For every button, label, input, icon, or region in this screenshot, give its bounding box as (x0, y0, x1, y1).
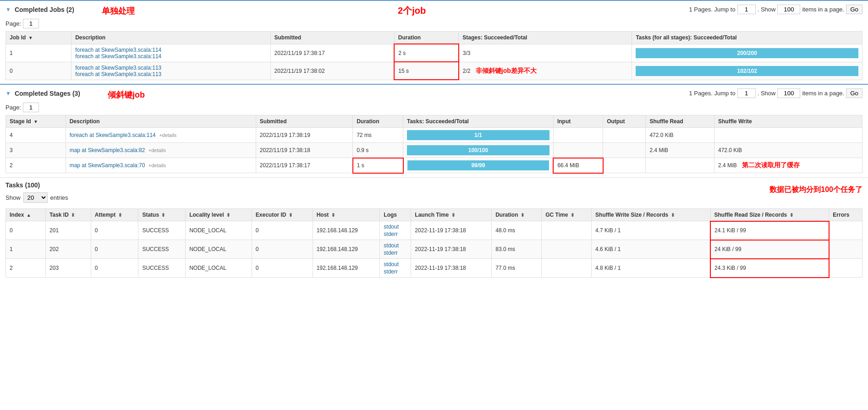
task-logs: stdout stderr (380, 240, 411, 259)
col-output[interactable]: Output (603, 115, 646, 128)
jump-input-stages[interactable] (737, 88, 756, 98)
col-status[interactable]: Status ⇕ (138, 208, 186, 221)
col-gctime[interactable]: GC Time ⇕ (542, 208, 592, 221)
col-tasks[interactable]: Tasks (for all stages): Succeeded/Total (632, 32, 863, 44)
show-input-jobs[interactable] (777, 5, 800, 14)
go-button-stages[interactable]: Go (846, 88, 863, 98)
job-desc-link1b[interactable]: foreach at SkewSample3.scala:114 (75, 53, 161, 60)
stderr-link[interactable]: stderr (384, 250, 407, 256)
details-link4[interactable]: +details (159, 132, 176, 138)
col-stageid[interactable]: Stage Id ▼ (6, 115, 66, 128)
task-locality: NODE_LOCAL (186, 259, 252, 278)
task-errors (829, 259, 863, 278)
stage-input-cell (553, 128, 603, 143)
stage-shuffle-read-cell: 472.0 KiB (646, 128, 714, 143)
stderr-link[interactable]: stderr (384, 268, 407, 275)
details-link2[interactable]: +details (148, 163, 166, 168)
tasks-show-entries: Show 20 50 100 entries (5, 192, 68, 203)
col-shuffle-read[interactable]: Shuffle Read (646, 115, 714, 128)
job-tasks-cell2: 102/102 (632, 62, 863, 80)
stage-desc-cell: map at SkewSample3.scala:70 +details (66, 158, 256, 173)
col-launch[interactable]: Launch Time ⇕ (411, 208, 492, 221)
show-label-stages: . Show (758, 90, 776, 97)
job-duration-cell: 2 s (394, 44, 459, 62)
arrow-icon: ▼ (5, 6, 11, 13)
task-duration: 83.0 ms (492, 240, 542, 259)
col-host[interactable]: Host ⇕ (313, 208, 380, 221)
col-sw-size[interactable]: Shuffle Write Size / Records ⇕ (592, 208, 710, 221)
task-duration: 48.0 ms (492, 221, 542, 240)
stage-desc-link4[interactable]: foreach at SkewSample3.scala:114 (70, 132, 156, 138)
col-input[interactable]: Input (553, 115, 603, 128)
col-logs[interactable]: Logs (380, 208, 411, 221)
task-locality: NODE_LOCAL (186, 240, 252, 259)
stage-duration-cell: 72 ms (353, 128, 403, 143)
jobs-pagination: 1 Pages. Jump to . Show items in a page.… (689, 5, 863, 14)
task-launch: 2022-11-19 17:38:18 (411, 240, 492, 259)
task-duration: 77.0 ms (492, 259, 542, 278)
job-desc-link1[interactable]: foreach at SkewSample3.scala:114 (75, 47, 161, 53)
stage-output-cell (603, 143, 646, 158)
col-errors[interactable]: Errors (829, 208, 863, 221)
stage-desc-link2[interactable]: map at SkewSample3.scala:70 (70, 162, 145, 169)
col-duration[interactable]: Duration (353, 115, 403, 128)
col-sr-size[interactable]: Shuffle Read Size / Records ⇕ (710, 208, 829, 221)
stdout-link[interactable]: stdout (384, 242, 407, 249)
col-stages[interactable]: Stages: Succeeded/Total (459, 32, 632, 44)
items-label-stages: items in a page. (802, 90, 844, 97)
job-desc-link2[interactable]: foreach at SkewSample3.scala:113 (75, 65, 161, 71)
task-status: SUCCESS (138, 259, 186, 278)
stage-id-cell: 3 (6, 143, 66, 158)
completed-stages-title: Completed Stages (3) (15, 90, 80, 97)
annotation-skew-job: 倾斜键job (108, 89, 145, 100)
col-locality[interactable]: Locality level ⇕ (186, 208, 252, 221)
col-shuffle-write[interactable]: Shuffle Write (714, 115, 863, 128)
col-tasks-stage[interactable]: Tasks: Succeeded/Total (403, 115, 554, 128)
pagination-info-jobs: 1 Pages. Jump to (689, 6, 736, 13)
job-stages-cell2: 2/2 非倾斜键job差异不大 (459, 62, 632, 80)
show-select-tasks[interactable]: 20 50 100 (23, 192, 48, 203)
go-button-jobs[interactable]: Go (846, 5, 863, 14)
col-executor[interactable]: Executor ID ⇕ (252, 208, 313, 221)
col-taskid[interactable]: Task ID ⇕ (46, 208, 91, 221)
completed-jobs-section: ▼ Completed Jobs (2) 单独处理 2个job 1 Pages.… (0, 0, 868, 84)
col-submitted[interactable]: Submitted (256, 115, 352, 128)
job-submitted-cell: 2022/11/19 17:38:02 (270, 62, 394, 80)
task-index: 1 (6, 240, 46, 259)
task-sw: 4.8 KiB / 1 (592, 259, 710, 278)
task-host: 192.168.148.129 (313, 259, 380, 278)
stage-output-cell (603, 158, 646, 173)
col-jobid[interactable]: Job Id ▼ (6, 32, 71, 44)
stage-desc-link3[interactable]: map at SkewSample3.scala:82 (70, 147, 145, 153)
task-index: 0 (6, 221, 46, 240)
col-attempt[interactable]: Attempt ⇕ (91, 208, 138, 221)
stage-tasks-cell: 99/99 (403, 158, 554, 173)
col-duration-task[interactable]: Duration ⇕ (492, 208, 542, 221)
col-submitted[interactable]: Submitted (270, 32, 394, 44)
stage-duration-cell: 0.9 s (353, 143, 403, 158)
stderr-link[interactable]: stderr (384, 231, 407, 237)
col-description[interactable]: Description (71, 32, 270, 44)
stage-id-cell: 4 (6, 128, 66, 143)
details-link3[interactable]: +details (148, 148, 166, 153)
stdout-link[interactable]: stdout (384, 224, 407, 230)
task-sw: 4.7 KiB / 1 (592, 221, 710, 240)
job-desc-cell: foreach at SkewSample3.scala:114 foreach… (71, 44, 270, 62)
job-desc-link2b[interactable]: foreach at SkewSample3.scala:113 (75, 71, 161, 77)
jump-input-jobs[interactable] (737, 5, 756, 14)
col-index[interactable]: Index ▲ (6, 208, 46, 221)
table-row: 4 foreach at SkewSample3.scala:114 +deta… (6, 128, 863, 143)
table-row: 2 map at SkewSample3.scala:70 +details 2… (6, 158, 863, 173)
tasks-title: Tasks (100) (5, 181, 68, 189)
col-duration[interactable]: Duration (394, 32, 459, 44)
show-input-stages[interactable] (777, 88, 800, 98)
page-input-stages[interactable] (23, 103, 39, 112)
page-input-jobs[interactable] (23, 19, 39, 28)
completed-stages-section: ▼ Completed Stages (3) 倾斜键job 1 Pages. J… (0, 84, 868, 177)
stdout-link[interactable]: stdout (384, 261, 407, 268)
col-desc[interactable]: Description (66, 115, 256, 128)
table-row: 1 202 0 SUCCESS NODE_LOCAL 0 192.168.148… (6, 240, 863, 259)
job-desc-cell: foreach at SkewSample3.scala:113 foreach… (71, 62, 270, 80)
stage-duration-cell2: 1 s (353, 158, 403, 173)
stage-shuffle-write-cell (714, 128, 863, 143)
